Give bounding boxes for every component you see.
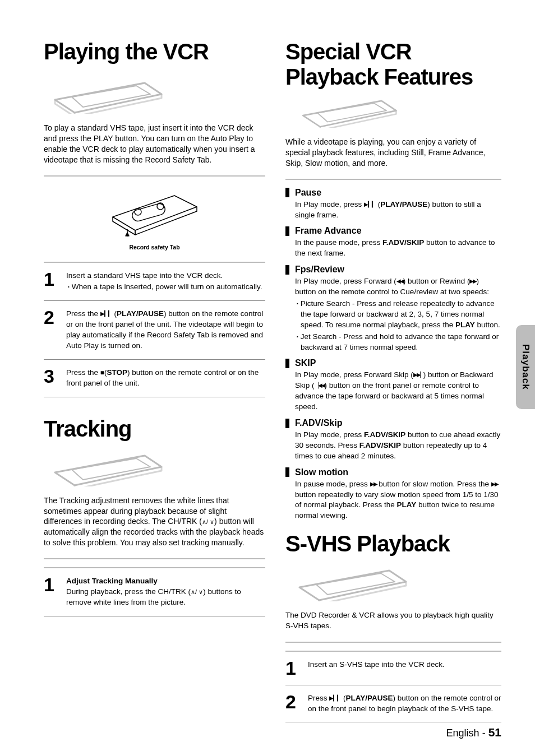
right-title: Special VCR Playback Features [285,39,501,90]
vhs-tape-icon [285,556,501,601]
step: 3Press the (STOP) button on the remote c… [44,359,265,397]
tracking-intro: The Tracking adjustment removes the whit… [44,495,265,548]
footer-lang: English [446,727,479,739]
feature: Frame AdvanceIn the pause mode, press F.… [285,226,501,259]
feature-body: In Play mode, press Forward () button or… [295,276,501,353]
step-body: Press the (PLAY/PAUSE) button on the rem… [66,309,265,351]
feature-body: In the pause mode, press F.ADV/SKIP butt… [295,238,501,259]
feature: Slow motionIn pause mode, press button f… [285,467,501,522]
page-footer: English - 51 [446,726,501,739]
feature-bar-icon [285,226,289,236]
feature: Fps/ReviewIn Play mode, press Forward ()… [285,265,501,353]
step-body: Press the (STOP) button on the remote co… [66,368,265,389]
vhs-tape-icon [285,89,501,128]
step-number: 1 [285,660,300,677]
step-number: 2 [285,693,300,711]
step: 2Press (PLAY/PAUSE) button on the remote… [285,685,501,722]
svhs-title: S-VHS Playback [285,531,501,556]
footer-sep: - [482,727,486,739]
vhs-tape-icon [44,69,265,114]
record-safety-tab-label: Record safety Tab [129,244,179,251]
feature-bar-icon [285,359,289,368]
left-header: Playing the VCR [44,39,265,114]
step: 1Insert a standard VHS tape into the VCR… [44,262,265,301]
right-intro: While a videotape is playing, you can en… [285,137,501,169]
tracking-step: 1 Adjust Tracking Manually During playba… [44,567,265,616]
tracking-step-body: During playback, press the CH/TRK () but… [66,587,265,608]
step-number: 2 [44,309,58,326]
left-steps: 1Insert a standard VHS tape into the VCR… [44,262,265,397]
feature-bar-icon [285,188,289,197]
tape-diagram: Record safety Tab [44,184,265,252]
tracking-header: Tracking [44,416,265,486]
feature-title: Frame Advance [295,226,362,236]
svhs-intro: The DVD Recorder & VCR allows you to pla… [285,610,501,632]
feature-body: In Play mode, press Forward Skip () butt… [295,370,501,412]
left-intro: To play a standard VHS tape, just insert… [44,123,265,165]
feature-body: In pause mode, press button for slow mot… [295,479,501,522]
footer-page: 51 [488,726,501,739]
feature-body: In Play mode, press F.ADV/SKIP button to… [295,430,501,462]
left-column: Playing the VCR To play a standard VHS t… [44,39,265,741]
step-number: 1 [44,271,58,288]
feature-bar-icon [285,265,289,275]
step-body: Insert a standard VHS tape into the VCR … [66,271,265,293]
feature-title: Fps/Review [295,265,344,275]
svhs-header: S-VHS Playback [285,531,501,601]
step: 2Press the (PLAY/PAUSE) button on the re… [44,300,265,359]
left-title: Playing the VCR [44,39,265,64]
step-number: 3 [44,368,58,385]
features-list: PauseIn Play mode, press (PLAY/PAUSE) bu… [285,188,501,522]
feature-title: SKIP [295,358,316,368]
step: 1Insert an S-VHS tape into the VCR deck. [285,651,501,685]
feature-title: Pause [295,188,321,198]
feature: F.ADV/SkipIn Play mode, press F.ADV/SKIP… [285,418,501,462]
feature: SKIPIn Play mode, press Forward Skip () … [285,358,501,412]
tracking-title: Tracking [44,416,265,442]
step-body: Press (PLAY/PAUSE) button on the remote … [308,693,501,715]
step-number: 1 [44,576,58,593]
right-column: Special VCR Playback Features While a vi… [285,39,501,741]
side-tab-label: Playback [520,344,531,390]
feature-bar-icon [285,467,289,477]
feature: PauseIn Play mode, press (PLAY/PAUSE) bu… [285,188,501,221]
feature-title: F.ADV/Skip [295,418,342,428]
svhs-steps: 1Insert an S-VHS tape into the VCR deck.… [285,651,501,722]
feature-bar-icon [285,419,289,428]
tracking-step-title: Adjust Tracking Manually [66,577,158,585]
right-header: Special VCR Playback Features [285,39,501,128]
svg-rect-0 [131,202,166,222]
feature-title: Slow motion [295,467,348,477]
feature-body: In Play mode, press (PLAY/PAUSE) button … [295,200,501,221]
side-tab: Playback [516,325,535,409]
vhs-tape-icon [44,442,265,486]
step-body: Insert an S-VHS tape into the VCR deck. [308,660,501,670]
